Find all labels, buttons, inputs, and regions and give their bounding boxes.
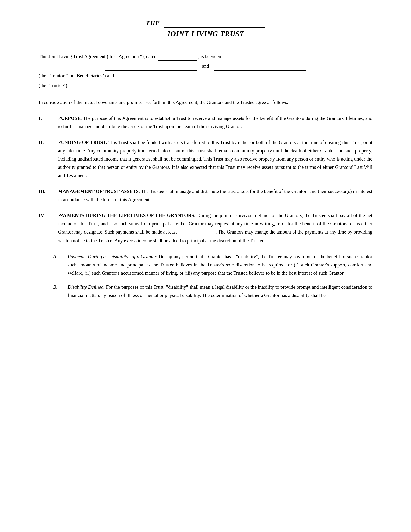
subsection-b-letter: B. <box>53 283 68 299</box>
title-blank-line <box>164 20 265 28</box>
section-iii-content: MANAGEMENT OF TRUST ASSETS. The Trustee … <box>58 187 372 204</box>
subsection-a-letter: A. <box>53 252 68 277</box>
section-ii: II. FUNDING OF TRUST. This Trust shall b… <box>39 138 372 180</box>
subsection-b-content: Disability Defined. For the purposes of … <box>68 283 372 299</box>
document-header: THE JOINT LIVING TRUST <box>39 19 372 38</box>
consideration-paragraph: In consideration of the mutual covenants… <box>39 98 372 106</box>
grantor2-blank <box>214 62 306 71</box>
intro-text-suffix: , is between <box>198 52 221 60</box>
intro-section: This Joint Living Trust Agreement (this … <box>39 52 372 89</box>
the-label: THE <box>146 19 160 27</box>
grantor1-blank <box>105 62 197 71</box>
subsection-a-content: Payments During a "Disability" of a Gran… <box>68 252 372 277</box>
subsection-b-body: For the purposes of this Trust, "disabil… <box>68 284 372 298</box>
section-iv-num: IV. <box>39 211 58 245</box>
section-iv-heading: PAYMENTS DURING THE LIFETIMES OF THE GRA… <box>58 213 195 218</box>
subsection-a: A. Payments During a "Disability" of a G… <box>53 252 372 277</box>
date-blank <box>158 52 196 61</box>
trustee-blank <box>115 72 207 80</box>
section-ii-body: This Trust shall be funded with assets t… <box>58 140 372 178</box>
intro-text-1: This Joint Living Trust Agreement (this … <box>39 52 156 60</box>
intro-line3: (the "Grantors" or "Beneficiaries") and <box>39 72 372 80</box>
section-ii-heading: FUNDING OF TRUST. <box>58 140 107 145</box>
subsection-b: B. Disability Defined. For the purposes … <box>53 283 372 299</box>
payment-blank <box>177 228 216 237</box>
section-ii-content: FUNDING OF TRUST. This Trust shall be fu… <box>58 138 372 180</box>
grantors-label: (the "Grantors" or "Beneficiaries") and <box>39 72 114 80</box>
section-i-heading: PURPOSE. <box>58 116 82 121</box>
section-iv-content: PAYMENTS DURING THE LIFETIMES OF THE GRA… <box>58 211 372 245</box>
section-i-num: I. <box>39 114 58 131</box>
and-text: and <box>202 62 209 70</box>
section-iv: IV. PAYMENTS DURING THE LIFETIMES OF THE… <box>39 211 372 245</box>
subsection-b-heading: Disability Defined. <box>68 284 105 290</box>
sections-container: I. PURPOSE. The purpose of this Agreemen… <box>39 114 372 299</box>
subsection-a-heading: Payments During a "Disability" of a Gran… <box>68 254 157 259</box>
section-ii-num: II. <box>39 138 58 180</box>
section-i: I. PURPOSE. The purpose of this Agreemen… <box>39 114 372 131</box>
document-page: THE JOINT LIVING TRUST This Joint Living… <box>0 0 411 532</box>
section-i-content: PURPOSE. The purpose of this Agreement i… <box>58 114 372 131</box>
intro-line2: and <box>39 62 372 71</box>
section-iii-num: III. <box>39 187 58 204</box>
main-title: JOINT LIVING TRUST <box>39 29 372 38</box>
section-iii: III. MANAGEMENT OF TRUST ASSETS. The Tru… <box>39 187 372 204</box>
intro-line4: (the "Trustee"). <box>39 81 372 89</box>
section-iii-heading: MANAGEMENT OF TRUST ASSETS. <box>58 189 140 194</box>
section-i-body: The purpose of this Agreement is to esta… <box>58 116 372 129</box>
the-line: THE <box>39 19 372 27</box>
intro-line1: This Joint Living Trust Agreement (this … <box>39 52 372 61</box>
